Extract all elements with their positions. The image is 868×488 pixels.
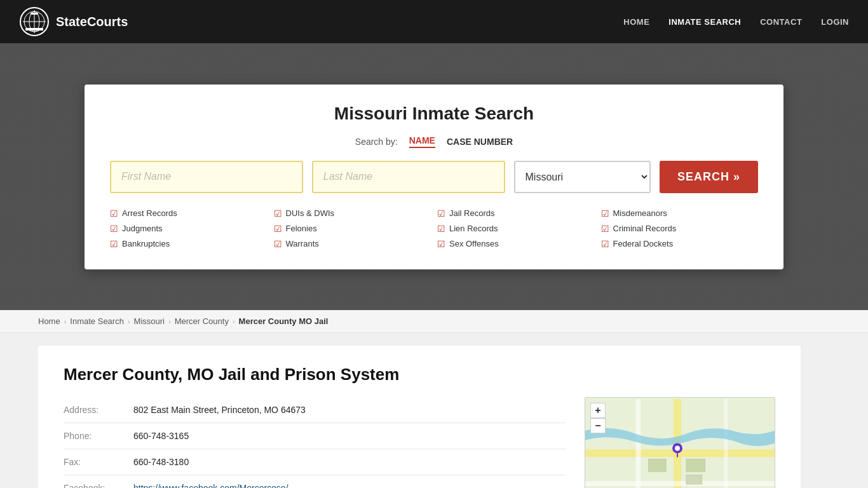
- facebook-link[interactable]: https://www.facebook.com/Mercercoso/: [133, 483, 288, 488]
- check-icon: ☑: [110, 208, 118, 219]
- check-icon: ☑: [274, 224, 282, 234]
- check-label: Bankruptcies: [122, 239, 170, 248]
- check-icon: ☑: [437, 208, 445, 219]
- logo-icon: [19, 6, 50, 37]
- search-inputs: Missouri Alabama Alaska Arizona SEARCH »: [110, 161, 758, 193]
- map-container: Princeton + −: [585, 397, 775, 488]
- check-icon: ☑: [110, 224, 118, 234]
- check-label: DUIs & DWIs: [286, 208, 335, 218]
- search-title: Missouri Inmate Search: [110, 104, 758, 124]
- tab-case-number[interactable]: CASE NUMBER: [447, 137, 513, 147]
- check-duis-dwis: ☑ DUIs & DWIs: [274, 207, 431, 220]
- check-label: Lien Records: [449, 224, 498, 233]
- svg-point-17: [675, 446, 680, 451]
- search-by-row: Search by: NAME CASE NUMBER: [110, 135, 758, 148]
- logo-text: StateCourts: [56, 15, 128, 29]
- address-value: 802 East Main Street, Princeton, MO 6467…: [133, 405, 306, 415]
- address-label: Address:: [64, 405, 121, 415]
- check-bankruptcies: ☑ Bankruptcies: [110, 238, 268, 250]
- phone-label: Phone:: [64, 431, 121, 441]
- breadcrumb-home[interactable]: Home: [38, 316, 60, 326]
- check-federal-dockets: ☑ Federal Dockets: [601, 238, 759, 250]
- search-card: Missouri Inmate Search Search by: NAME C…: [85, 85, 783, 269]
- breadcrumb-mercer-county[interactable]: Mercer County: [175, 316, 229, 326]
- facebook-row: Facebook: https://www.facebook.com/Merce…: [64, 475, 566, 488]
- hero-section: COURTHOUSE Missouri Inmate Search Search…: [0, 43, 868, 310]
- nav: HOME INMATE SEARCH CONTACT LOGIN: [623, 17, 849, 27]
- map-zoom-out[interactable]: −: [590, 418, 606, 433]
- facebook-label: Facebook:: [64, 483, 121, 488]
- content-title: Mercer County, MO Jail and Prison System: [64, 365, 775, 384]
- check-label: Misdemeanors: [613, 208, 667, 218]
- check-label: Jail Records: [449, 208, 495, 218]
- check-lien-records: ☑ Lien Records: [437, 222, 595, 235]
- check-icon: ☑: [601, 208, 609, 219]
- check-misdemeanors: ☑ Misdemeanors: [601, 207, 759, 220]
- search-by-label: Search by:: [355, 137, 398, 147]
- breadcrumb-sep-3: ›: [168, 318, 171, 325]
- header: StateCourts HOME INMATE SEARCH CONTACT L…: [0, 0, 868, 43]
- svg-rect-12: [724, 399, 728, 488]
- logo-area: StateCourts: [19, 6, 128, 37]
- svg-rect-13: [686, 459, 705, 471]
- breadcrumb-sep-1: ›: [64, 318, 67, 325]
- nav-home[interactable]: HOME: [623, 17, 649, 27]
- svg-rect-6: [31, 13, 38, 15]
- check-icon: ☑: [601, 224, 609, 234]
- check-icon: ☑: [274, 208, 282, 219]
- check-label: Judgments: [122, 224, 163, 233]
- address-row: Address: 802 East Main Street, Princeton…: [64, 397, 566, 423]
- check-icon: ☑: [274, 239, 282, 249]
- fax-value: 660-748-3180: [133, 457, 189, 467]
- check-label: Federal Dockets: [613, 239, 674, 248]
- fax-label: Fax:: [64, 457, 121, 467]
- breadcrumb-current: Mercer County MO Jail: [239, 316, 329, 326]
- breadcrumb-sep-2: ›: [128, 318, 130, 325]
- breadcrumb-sep-4: ›: [233, 318, 235, 325]
- check-label: Sex Offenses: [449, 239, 499, 248]
- map-zoom-in[interactable]: +: [590, 403, 606, 418]
- breadcrumb-inmate-search[interactable]: Inmate Search: [70, 316, 124, 326]
- check-label: Felonies: [286, 224, 317, 233]
- map-svg: Princeton: [585, 398, 775, 488]
- svg-rect-15: [686, 475, 702, 484]
- phone-value: 660-748-3165: [133, 431, 189, 441]
- phone-row: Phone: 660-748-3165: [64, 423, 566, 449]
- check-judgments: ☑ Judgments: [110, 222, 268, 235]
- check-jail-records: ☑ Jail Records: [437, 207, 595, 220]
- check-arrest-records: ☑ Arrest Records: [110, 207, 268, 220]
- check-icon: ☑: [437, 239, 445, 249]
- fax-row: Fax: 660-748-3180: [64, 449, 566, 475]
- check-warrants: ☑ Warrants: [274, 238, 431, 250]
- tab-name[interactable]: NAME: [409, 135, 435, 148]
- search-button[interactable]: SEARCH »: [660, 161, 758, 193]
- svg-rect-14: [648, 459, 666, 471]
- content-card: Mercer County, MO Jail and Prison System…: [38, 346, 801, 488]
- check-felonies: ☑ Felonies: [274, 222, 431, 235]
- check-icon: ☑: [437, 224, 445, 234]
- checklist: ☑ Arrest Records ☑ DUIs & DWIs ☑ Jail Re…: [110, 207, 758, 250]
- check-criminal-records: ☑ Criminal Records: [601, 222, 759, 235]
- facebook-value: https://www.facebook.com/Mercercoso/: [133, 483, 288, 488]
- breadcrumb-missouri[interactable]: Missouri: [134, 316, 165, 326]
- nav-inmate-search[interactable]: INMATE SEARCH: [668, 17, 741, 27]
- check-icon: ☑: [601, 239, 609, 249]
- first-name-input[interactable]: [110, 161, 303, 193]
- main-content: Mercer County, MO Jail and Prison System…: [0, 333, 868, 488]
- check-label: Arrest Records: [122, 208, 177, 218]
- info-section: Address: 802 East Main Street, Princeton…: [64, 397, 775, 488]
- check-label: Criminal Records: [613, 224, 677, 233]
- svg-rect-5: [25, 28, 43, 30]
- check-sex-offenses: ☑ Sex Offenses: [437, 238, 595, 250]
- svg-rect-11: [635, 399, 641, 488]
- breadcrumb: Home › Inmate Search › Missouri › Mercer…: [0, 310, 868, 333]
- info-table: Address: 802 East Main Street, Princeton…: [64, 397, 566, 488]
- nav-login[interactable]: LOGIN: [821, 17, 849, 27]
- last-name-input[interactable]: [312, 161, 505, 193]
- check-icon: ☑: [110, 239, 118, 249]
- nav-contact[interactable]: CONTACT: [760, 17, 802, 27]
- map-zoom-controls: + −: [590, 403, 606, 433]
- svg-rect-10: [585, 481, 775, 486]
- check-label: Warrants: [286, 239, 319, 248]
- state-select[interactable]: Missouri Alabama Alaska Arizona: [514, 161, 651, 193]
